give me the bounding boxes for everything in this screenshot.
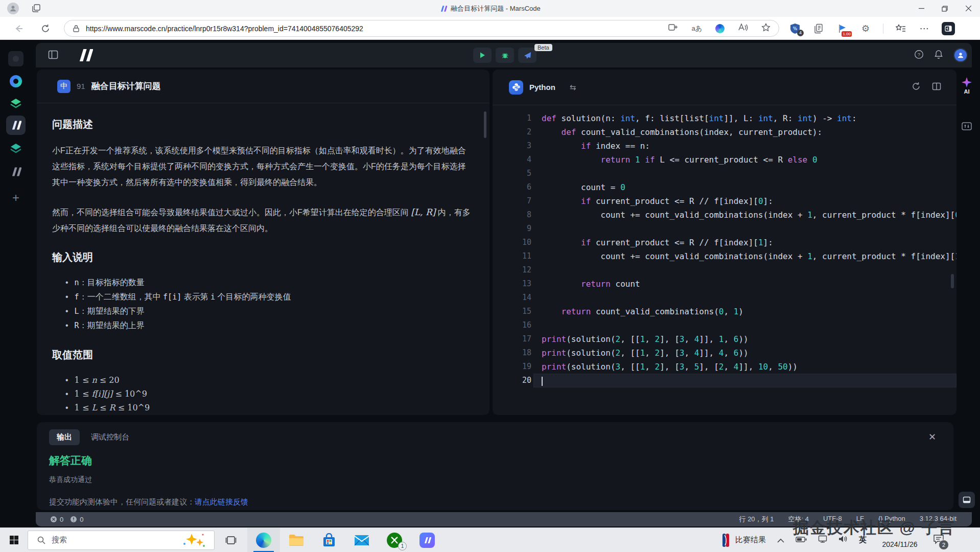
close-button[interactable] xyxy=(956,0,980,17)
extension-gear-icon[interactable]: ⚙ xyxy=(859,22,872,35)
reset-code-icon[interactable] xyxy=(912,82,921,93)
marscode-logo[interactable] xyxy=(77,49,93,63)
favorite-star-icon[interactable] xyxy=(761,23,771,34)
favorites-bar-icon[interactable] xyxy=(895,22,907,35)
text-cursor xyxy=(542,377,543,386)
taskbar-mail-button[interactable] xyxy=(345,528,378,552)
practice-icon-active[interactable] xyxy=(6,116,26,135)
result-message: 恭喜成功通过 xyxy=(49,475,953,485)
code-line[interactable]: 10 if current_product <= R // f[index][1… xyxy=(493,236,956,249)
bottom-panel-button[interactable] xyxy=(956,492,977,508)
bug-icon xyxy=(501,52,509,59)
problem-id: 91 xyxy=(77,82,85,90)
code-line[interactable]: 8 count += count_valid_combinations(inde… xyxy=(493,208,956,222)
code-editor[interactable]: 1def solution(n: int, f: list[list[int]]… xyxy=(493,105,956,387)
app-container: Beta ? 中 91 融合目标计算问题 问题描述 xyxy=(36,43,972,526)
courses-icon[interactable] xyxy=(6,94,26,113)
taskbar-edge-button[interactable] xyxy=(247,528,280,552)
code-line[interactable]: 17print(solution(2, [[1, 2], [3, 4]], 1,… xyxy=(493,332,956,346)
code-line[interactable]: 6 count = 0 xyxy=(493,180,956,194)
start-button[interactable] xyxy=(0,528,28,552)
tab-output[interactable]: 输出 xyxy=(49,429,80,445)
code-line[interactable]: 14 xyxy=(493,291,956,305)
problem-panel: 中 91 融合目标计算问题 问题描述 小F正在开发一个推荐系统，该系统使用多个模… xyxy=(37,70,489,415)
help-icon[interactable]: ? xyxy=(914,50,924,61)
switch-language-icon[interactable]: ⇆ xyxy=(570,83,576,92)
notification-bell-icon[interactable] xyxy=(934,50,943,61)
input-spec-list: •n：目标指标的数量•f：一个二维数组，其中 f[i] 表示第 i 个目标的两种… xyxy=(65,275,472,333)
taskbar-search-input[interactable]: 搜索 xyxy=(28,531,215,550)
output-tabs: 输出 调试控制台 xyxy=(49,429,953,445)
debug-button[interactable] xyxy=(496,48,514,63)
editor-panel: Python ⇆ 1def solution(n: int, f: list[l… xyxy=(493,70,956,415)
layout-split-icon[interactable] xyxy=(932,82,941,93)
refresh-button[interactable] xyxy=(39,22,52,35)
back-button[interactable] xyxy=(12,22,26,35)
code-line[interactable]: 18print(solution(2, [[1, 2], [3, 4]], 4,… xyxy=(493,346,956,360)
taskbar-explorer-button[interactable] xyxy=(280,528,313,552)
sidebar-toggle-icon[interactable] xyxy=(942,22,955,35)
adblock-shield-icon[interactable]: % 4 xyxy=(789,22,801,35)
code-line[interactable]: 4 return 1 if L <= current_product <= R … xyxy=(493,153,956,167)
taskbar-news-widget[interactable]: 比赛结果 xyxy=(722,534,766,547)
add-item-button[interactable]: + xyxy=(6,188,26,208)
taskbar-store-button[interactable] xyxy=(313,528,345,552)
pages-icon[interactable] xyxy=(812,22,825,35)
marscode-page: + xyxy=(0,40,980,526)
feedback-link[interactable]: 请点此链接反馈 xyxy=(195,497,248,506)
code-text: count = 0 xyxy=(533,180,956,194)
panel-toggle-icon[interactable] xyxy=(48,50,58,62)
browser-tab[interactable]: 融合目标计算问题 - MarsCode xyxy=(439,0,541,17)
code-text xyxy=(533,291,956,305)
code-line[interactable]: 16 xyxy=(493,318,956,332)
restore-button[interactable] xyxy=(933,0,956,17)
task-view-button[interactable] xyxy=(215,528,247,552)
problem-scrollbar[interactable] xyxy=(484,111,486,138)
minimize-button[interactable] xyxy=(909,0,933,17)
explore-icon[interactable] xyxy=(6,72,26,91)
code-line[interactable]: 2 def count_valid_combinations(index, cu… xyxy=(493,125,956,139)
code-line[interactable]: 7 if current_product <= R // f[index][0]… xyxy=(493,194,956,208)
projects-icon[interactable] xyxy=(6,162,26,181)
plugin-button[interactable] xyxy=(956,121,977,132)
paths-icon[interactable] xyxy=(6,139,26,158)
code-line[interactable]: 12 xyxy=(493,263,956,277)
copilot-icon[interactable] xyxy=(715,24,725,33)
address-bar[interactable]: https://www.marscode.cn/practice/lnrp0r1… xyxy=(64,20,779,37)
code-line[interactable]: 1def solution(n: int, f: list[list[int]]… xyxy=(493,111,956,125)
editor-scrollbar[interactable] xyxy=(951,274,954,288)
problem-header: 中 91 融合目标计算问题 xyxy=(37,70,489,103)
output-panel: 输出 调试控制台 ✕ 解答正确 恭喜成功通过 提交功能内测体验中，任何问题或者建… xyxy=(37,422,953,510)
code-line[interactable]: 15 return count_valid_combinations(0, 1) xyxy=(493,305,956,318)
taskbar-xbox-button[interactable]: 1 xyxy=(378,528,411,552)
marscode-favicon xyxy=(439,5,447,12)
code-text xyxy=(533,318,956,332)
split-screen-icon[interactable] xyxy=(668,22,678,34)
flag-extension-icon[interactable]: 1.00 xyxy=(836,22,848,35)
workspace-icon[interactable] xyxy=(6,49,26,68)
ai-assistant-button[interactable]: AI xyxy=(956,77,977,95)
user-avatar[interactable] xyxy=(953,48,968,62)
submit-button[interactable] xyxy=(518,48,536,63)
tab-debug-console[interactable]: 调试控制台 xyxy=(91,432,129,442)
code-line[interactable]: 11 count += count_valid_combinations(ind… xyxy=(493,249,956,263)
code-line[interactable]: 19print(solution(3, [[1, 2], [3, 5], [2,… xyxy=(493,360,956,374)
close-output-icon[interactable]: ✕ xyxy=(928,431,936,443)
read-aloud-icon[interactable] xyxy=(738,23,748,34)
code-line[interactable]: 13 return count xyxy=(493,277,956,291)
code-line[interactable]: 3 if index == n: xyxy=(493,139,956,153)
more-options-icon[interactable]: ⋯ xyxy=(918,22,930,35)
window-titlebar: 融合目标计算问题 - MarsCode xyxy=(0,0,980,17)
code-text: print(solution(2, [[1, 2], [3, 4]], 4, 6… xyxy=(533,346,956,360)
code-line[interactable]: 5 xyxy=(493,167,956,180)
code-line[interactable]: 20 xyxy=(493,374,956,387)
language-label: Python xyxy=(529,83,555,91)
translate-icon[interactable]: aあ xyxy=(691,24,702,33)
browser-profile-avatar[interactable] xyxy=(7,3,19,14)
tab-stack-icon[interactable] xyxy=(32,4,41,15)
cursor-position[interactable]: 行 20，列 1 xyxy=(739,515,774,524)
run-button[interactable] xyxy=(473,48,492,63)
tray-chevron-icon[interactable] xyxy=(777,536,784,545)
code-line[interactable]: 9 xyxy=(493,222,956,236)
taskbar-marscode-button[interactable] xyxy=(411,528,444,552)
